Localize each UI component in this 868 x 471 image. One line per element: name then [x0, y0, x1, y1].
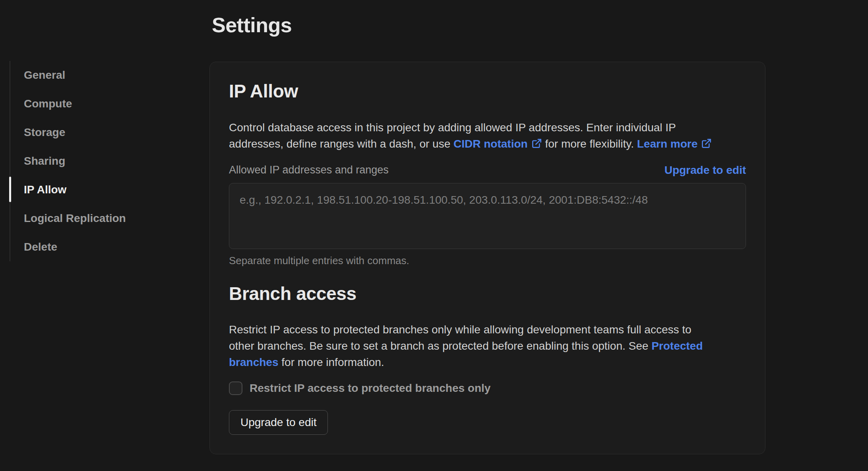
- text-segment: for more flexibility.: [542, 138, 637, 150]
- sidebar-item-delete[interactable]: Delete: [10, 233, 209, 261]
- text-segment: Restrict IP access to protected branches…: [229, 323, 692, 336]
- main-content: Settings IP Allow Control database acces…: [209, 0, 765, 471]
- allowed-ips-textarea[interactable]: [229, 183, 746, 249]
- external-link-icon: [701, 138, 712, 149]
- paragraph-line: other branches. Be sure to set a branch …: [229, 338, 746, 354]
- page-title: Settings: [212, 13, 765, 37]
- protected-branches-link[interactable]: branches: [229, 356, 279, 368]
- restrict-ip-checkbox-row[interactable]: Restrict IP access to protected branches…: [229, 381, 746, 395]
- ip-allow-description: Control database access in this project …: [229, 119, 746, 152]
- paragraph-line: Control database access in this project …: [229, 119, 746, 136]
- allowed-ips-label: Allowed IP addresses and ranges: [229, 164, 389, 176]
- paragraph-line: addresses, define ranges with a dash, or…: [229, 136, 746, 152]
- restrict-ip-checkbox[interactable]: [229, 381, 242, 395]
- textarea-helper-text: Separate multiple entries with commas.: [229, 255, 746, 267]
- protected-branches-link[interactable]: Protected: [651, 340, 703, 352]
- ip-allow-heading: IP Allow: [229, 80, 746, 102]
- text-segment: for more information.: [279, 356, 384, 368]
- branch-access-description: Restrict IP access to protected branches…: [229, 321, 746, 370]
- branch-access-heading: Branch access: [229, 283, 746, 305]
- restrict-ip-checkbox-label: Restrict IP access to protected branches…: [250, 382, 490, 395]
- ip-allow-card: IP Allow Control database access in this…: [209, 62, 765, 454]
- upgrade-to-edit-button[interactable]: Upgrade to edit: [229, 410, 328, 435]
- cidr-notation-link[interactable]: CIDR notation: [453, 138, 542, 150]
- paragraph-line: Restrict IP access to protected branches…: [229, 321, 746, 338]
- sidebar-item-ip-allow[interactable]: IP Allow: [10, 175, 209, 204]
- upgrade-to-edit-link[interactable]: Upgrade to edit: [665, 164, 746, 177]
- sidebar-item-sharing[interactable]: Sharing: [10, 147, 209, 175]
- sidebar-item-storage[interactable]: Storage: [10, 118, 209, 147]
- paragraph-line: branches for more information.: [229, 354, 746, 370]
- settings-nav: GeneralComputeStorageSharingIP AllowLogi…: [10, 61, 209, 261]
- text-segment: other branches. Be sure to set a branch …: [229, 340, 651, 352]
- sidebar-item-general[interactable]: General: [10, 61, 209, 90]
- text-segment: Control database access in this project …: [229, 121, 676, 134]
- learn-more-link[interactable]: Learn more: [637, 138, 712, 150]
- external-link-icon: [531, 138, 542, 149]
- button-row: Upgrade to edit: [229, 395, 746, 435]
- allowed-ips-field-row: Allowed IP addresses and ranges Upgrade …: [229, 164, 746, 177]
- sidebar-item-compute[interactable]: Compute: [10, 90, 209, 118]
- text-segment: addresses, define ranges with a dash, or…: [229, 138, 453, 150]
- settings-page: GeneralComputeStorageSharingIP AllowLogi…: [0, 0, 868, 471]
- sidebar-item-logical-replication[interactable]: Logical Replication: [10, 204, 209, 233]
- settings-sidebar: GeneralComputeStorageSharingIP AllowLogi…: [0, 0, 209, 471]
